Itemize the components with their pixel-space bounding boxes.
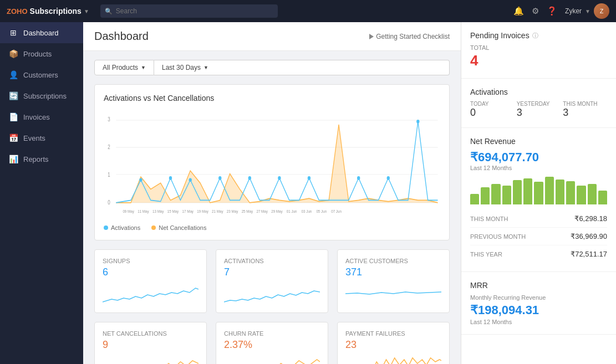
this-month-label: THIS MONTH <box>470 216 508 222</box>
user-menu[interactable]: Zyker ▼ Z <box>565 3 609 19</box>
product-filter-label: All Products <box>103 64 138 71</box>
notifications-button[interactable]: 🔔 <box>513 6 524 16</box>
activations-panel-title: Activations <box>470 88 607 96</box>
net-cancellations-sparkline <box>103 355 198 364</box>
revenue-row-this-month: THIS MONTH ₹6,298.18 <box>470 210 607 228</box>
legend-activations: Activations <box>104 224 140 231</box>
help-button[interactable]: ❓ <box>547 6 557 16</box>
events-icon: 📅 <box>9 134 18 142</box>
svg-text:25 May: 25 May <box>242 209 253 214</box>
this-month-value: ₹6,298.18 <box>574 214 607 223</box>
act-today-label: TODAY <box>470 101 515 107</box>
sidebar-item-dashboard[interactable]: ⊞ Dashboard <box>0 22 83 43</box>
stat-card-signups: Signups 6 <box>94 249 207 313</box>
svg-text:29 May: 29 May <box>271 209 283 214</box>
churn-rate-label: Churn Rate <box>224 330 320 337</box>
svg-text:01 Jun: 01 Jun <box>287 209 297 213</box>
active-customers-label: Active Customers <box>345 258 441 264</box>
search-input[interactable] <box>100 4 278 18</box>
revenue-row-prev-month: PREVIOUS MONTH ₹36,969.90 <box>470 228 607 245</box>
sidebar-item-reports[interactable]: 📊 Reports <box>0 148 83 170</box>
zoho-logo: ZOHO <box>7 7 28 16</box>
sidebar-label-events: Events <box>23 134 45 142</box>
page-title: Dashboard <box>94 30 149 43</box>
payment-failures-sparkline <box>345 355 441 364</box>
stats-grid: Signups 6 Activations 7 Active Custo <box>94 249 450 364</box>
search-container: 🔍 <box>100 4 278 18</box>
revenue-row-this-year: THIS YEAR ₹72,511.17 <box>470 245 607 263</box>
svg-text:13 May: 13 May <box>152 209 164 214</box>
bar-mini-1 <box>481 187 490 204</box>
this-year-value: ₹72,511.17 <box>571 250 607 258</box>
svg-text:27 May: 27 May <box>256 209 268 214</box>
svg-text:1: 1 <box>108 172 110 178</box>
signups-sparkline <box>103 283 198 305</box>
products-icon: 📦 <box>9 49 18 58</box>
brand-logo: ZOHO Subscriptions ▼ <box>7 7 89 16</box>
pending-invoices-number: 4 <box>470 52 607 69</box>
content-header: Dashboard Getting Started Checklist <box>83 22 461 51</box>
getting-started-label: Getting Started Checklist <box>376 33 450 40</box>
filters-bar: All Products ▼ Last 30 Days ▼ <box>94 60 450 75</box>
svg-text:11 May: 11 May <box>138 209 149 214</box>
prev-month-value: ₹36,969.90 <box>571 232 607 240</box>
stat-card-active-customers: Active Customers 371 <box>337 249 450 313</box>
product-filter-chevron: ▼ <box>141 65 146 70</box>
net-revenue-title: Net Revenue <box>470 137 607 146</box>
churn-rate-sparkline <box>224 355 320 364</box>
svg-text:19 May: 19 May <box>197 209 208 214</box>
chart-area: 3 2 1 0 <box>104 109 440 220</box>
svg-text:21 May: 21 May <box>212 209 223 214</box>
svg-point-10 <box>169 176 172 180</box>
sidebar-label-customers: Customers <box>23 71 58 79</box>
bar-mini-9 <box>566 181 575 205</box>
activations-chart-section: Activations vs Net Cancellations 3 2 1 0 <box>94 84 450 240</box>
svg-point-13 <box>248 176 251 180</box>
product-filter[interactable]: All Products ▼ <box>94 60 154 75</box>
stat-card-churn-rate: Churn Rate 2.37% <box>216 322 328 364</box>
net-cancellations-value: 9 <box>103 339 198 351</box>
stat-card-activations: Activations 7 <box>216 249 328 313</box>
bar-mini-6 <box>534 182 543 204</box>
search-icon: 🔍 <box>105 8 113 15</box>
net-revenue-period: Last 12 Months <box>470 165 607 171</box>
sidebar-item-customers[interactable]: 👤 Customers <box>0 64 83 85</box>
pending-invoices-section: Pending Invoices ⓘ TOTAL 4 <box>461 22 616 79</box>
sidebar-label-products: Products <box>23 50 52 58</box>
activations-dot <box>104 225 108 230</box>
sidebar-item-products[interactable]: 📦 Products <box>0 43 83 64</box>
main-content: Dashboard Getting Started Checklist All … <box>83 22 461 364</box>
sidebar-item-subscriptions[interactable]: 🔄 Subscriptions <box>0 85 83 106</box>
svg-point-11 <box>189 178 192 182</box>
svg-text:17 May: 17 May <box>182 209 194 214</box>
sidebar-item-invoices[interactable]: 📄 Invoices <box>0 106 83 127</box>
pending-invoices-label: Pending Invoices <box>470 31 530 40</box>
settings-button[interactable]: ⚙ <box>532 6 539 16</box>
bar-mini-12 <box>598 191 607 204</box>
svg-point-15 <box>308 176 310 180</box>
svg-text:09 May: 09 May <box>123 209 134 214</box>
svg-text:05 Jun: 05 Jun <box>316 209 327 213</box>
avatar: Z <box>594 3 609 19</box>
dashboard-icon: ⊞ <box>9 28 18 37</box>
svg-point-17 <box>387 176 390 180</box>
period-filter[interactable]: Last 30 Days ▼ <box>154 60 450 75</box>
act-month-value: 3 <box>563 107 607 119</box>
net-revenue-amount: ₹694,077.70 <box>470 150 607 165</box>
svg-text:15 May: 15 May <box>167 209 179 214</box>
sidebar-label-dashboard: Dashboard <box>23 29 59 37</box>
act-yesterday: YESTERDAY 3 <box>517 101 561 119</box>
this-year-label: THIS YEAR <box>470 251 502 258</box>
mrr-subtitle: Monthly Recurring Revenue <box>470 294 607 301</box>
brand-chevron: ▼ <box>84 8 89 14</box>
svg-point-9 <box>139 178 142 182</box>
sidebar-label-subscriptions: Subscriptions <box>23 92 67 100</box>
svg-text:03 Jun: 03 Jun <box>302 209 312 213</box>
pending-invoices-info-icon[interactable]: ⓘ <box>532 32 538 40</box>
sidebar: ⊞ Dashboard 📦 Products 👤 Customers 🔄 Sub… <box>0 22 83 364</box>
sidebar-label-invoices: Invoices <box>23 113 50 121</box>
sidebar-item-events[interactable]: 📅 Events <box>0 127 83 148</box>
svg-text:0: 0 <box>108 199 110 206</box>
getting-started-link[interactable]: Getting Started Checklist <box>369 33 450 40</box>
activations-sparkline <box>224 283 320 305</box>
